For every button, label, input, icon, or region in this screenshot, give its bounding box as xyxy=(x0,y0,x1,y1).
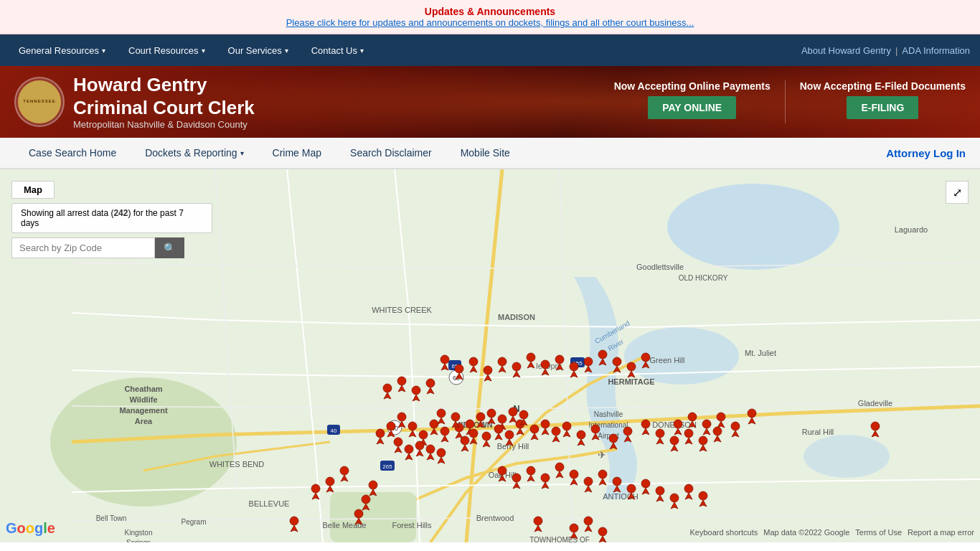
svg-point-98 xyxy=(688,413,697,421)
svg-point-139 xyxy=(311,484,320,493)
court-name: Howard Gentry Criminal Court Clerk xyxy=(73,74,255,118)
svg-point-134 xyxy=(570,524,578,532)
header-banner: TENNESSEE Howard Gentry Criminal Court C… xyxy=(0,66,980,138)
dropdown-arrow: ▾ xyxy=(102,47,105,55)
efiling-button[interactable]: E-FILING xyxy=(847,96,918,119)
svg-point-81 xyxy=(376,429,385,438)
report-error-link[interactable]: Report a map error xyxy=(908,528,974,537)
svg-point-135 xyxy=(598,527,607,536)
subnav-mobile-site[interactable]: Mobile Site xyxy=(446,137,524,169)
svg-point-101 xyxy=(731,422,740,430)
svg-point-128 xyxy=(641,479,650,488)
nav-general-resources[interactable]: General Resources ▾ xyxy=(7,34,117,66)
svg-point-114 xyxy=(641,353,650,362)
svg-point-60 xyxy=(509,408,517,416)
svg-point-148 xyxy=(426,379,435,387)
subnav-search-disclaimer[interactable]: Search Disclaimer xyxy=(336,137,446,169)
header-logo: TENNESSEE Howard Gentry Criminal Court C… xyxy=(14,74,255,129)
top-nav: General Resources ▾ Court Resources ▾ Ou… xyxy=(0,34,980,66)
svg-point-140 xyxy=(369,481,377,489)
nav-separator: | xyxy=(894,45,899,56)
svg-point-83 xyxy=(405,445,413,453)
svg-point-76 xyxy=(562,422,571,430)
svg-point-90 xyxy=(623,427,632,435)
map-label: Map xyxy=(11,181,55,199)
svg-point-141 xyxy=(362,495,370,504)
svg-point-65 xyxy=(494,425,503,433)
svg-point-132 xyxy=(699,491,707,500)
zip-search-button[interactable]: 🔍 xyxy=(155,237,184,258)
svg-point-97 xyxy=(674,420,682,428)
svg-point-137 xyxy=(340,466,349,475)
attorney-login-link[interactable]: Attorney Log In xyxy=(886,147,966,159)
svg-point-92 xyxy=(656,429,664,438)
map-arrest-info: Showing all arrest data (242) for the pa… xyxy=(11,203,212,233)
payment-label: Now Accepting Online Payments xyxy=(614,80,771,92)
subnav-case-search[interactable]: Case Search Home xyxy=(14,137,131,169)
svg-point-129 xyxy=(656,486,664,495)
svg-point-145 xyxy=(383,384,392,392)
svg-point-82 xyxy=(394,438,402,446)
svg-point-93 xyxy=(670,436,679,445)
keyboard-shortcuts-link[interactable]: Keyboard shortcuts xyxy=(689,528,758,537)
dropdown-arrow: ▾ xyxy=(240,149,244,157)
svg-point-112 xyxy=(613,357,621,366)
zip-search-input[interactable] xyxy=(11,237,155,258)
svg-point-86 xyxy=(437,448,446,457)
svg-point-146 xyxy=(397,377,406,385)
svg-point-105 xyxy=(512,362,521,371)
svg-point-72 xyxy=(408,422,417,430)
svg-point-73 xyxy=(530,425,539,433)
efiling-block: Now Accepting E-Filed Documents E-FILING xyxy=(800,80,966,123)
header-title: Howard Gentry Criminal Court Clerk Metro… xyxy=(73,74,255,129)
announcement-bar: Updates & Announcements Please click her… xyxy=(0,0,980,34)
svg-point-84 xyxy=(415,441,424,450)
svg-point-71 xyxy=(419,430,428,439)
svg-point-70 xyxy=(430,420,438,428)
svg-point-131 xyxy=(684,484,693,493)
svg-point-133 xyxy=(534,517,542,525)
nav-contact-us[interactable]: Contact Us ▾ xyxy=(300,34,375,66)
svg-point-123 xyxy=(570,470,578,479)
google-logo: Google xyxy=(6,520,55,537)
subnav-crime-map[interactable]: Crime Map xyxy=(258,137,336,169)
nav-court-resources[interactable]: Court Resources ▾ xyxy=(117,34,217,66)
svg-point-106 xyxy=(527,353,535,362)
svg-point-85 xyxy=(426,445,435,453)
efiling-label: Now Accepting E-Filed Documents xyxy=(800,80,966,92)
svg-point-87 xyxy=(577,430,585,439)
svg-point-120 xyxy=(527,466,535,475)
svg-point-102 xyxy=(748,409,756,418)
svg-point-69 xyxy=(440,427,449,435)
svg-point-74 xyxy=(541,420,550,428)
map-fullscreen-button[interactable]: ⤢ xyxy=(946,181,969,204)
dropdown-arrow: ▾ xyxy=(202,47,205,55)
terms-link[interactable]: Terms of Use xyxy=(855,528,902,537)
svg-point-64 xyxy=(482,432,491,441)
ada-link[interactable]: ADA Information xyxy=(899,45,973,56)
svg-point-66 xyxy=(505,430,514,439)
map-footer: Keyboard shortcuts Map data ©2022 Google… xyxy=(689,528,974,537)
sub-nav-left: Case Search Home Dockets & Reporting ▾ C… xyxy=(14,137,886,169)
svg-point-75 xyxy=(552,427,560,435)
pay-online-button[interactable]: PAY ONLINE xyxy=(648,96,736,119)
svg-point-95 xyxy=(699,436,707,445)
seal-circle: TENNESSEE xyxy=(14,77,65,127)
svg-point-56 xyxy=(476,413,485,421)
svg-point-59 xyxy=(498,415,507,423)
svg-point-118 xyxy=(498,466,507,475)
announcement-link[interactable]: Please click here for updates and announ… xyxy=(0,17,980,28)
dropdown-arrow: ▾ xyxy=(360,47,364,55)
svg-point-147 xyxy=(412,386,420,395)
svg-point-67 xyxy=(461,436,469,445)
map-info-overlay: Map Showing all arrest data (242) for th… xyxy=(11,181,212,258)
svg-point-122 xyxy=(555,463,564,471)
about-link[interactable]: About Howard Gentry xyxy=(798,45,894,56)
svg-point-116 xyxy=(455,364,463,373)
svg-point-136 xyxy=(584,517,593,525)
svg-point-96 xyxy=(713,427,722,435)
nav-our-services[interactable]: Our Services ▾ xyxy=(217,34,300,66)
svg-point-109 xyxy=(570,362,578,371)
header-right: Now Accepting Online Payments PAY ONLINE… xyxy=(614,80,966,123)
subnav-dockets[interactable]: Dockets & Reporting ▾ xyxy=(131,137,258,169)
